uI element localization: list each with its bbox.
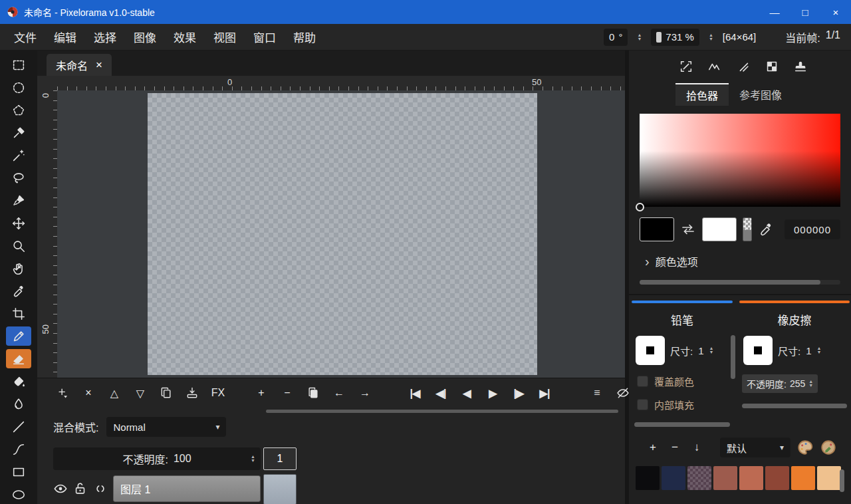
hex-color-input[interactable]: 000000 (785, 219, 840, 239)
add-palette-button[interactable]: + (645, 439, 661, 456)
crop-tool[interactable] (6, 304, 31, 323)
palette-swatch-6[interactable] (791, 466, 815, 490)
eraser-brush-button[interactable] (743, 336, 773, 365)
close-button[interactable]: × (820, 0, 851, 24)
layer-name-input[interactable]: 图层 1 (113, 475, 261, 502)
bucket-tool[interactable] (6, 372, 31, 391)
palette-scrollbar[interactable] (840, 469, 844, 492)
pencil-option-1[interactable]: 内部填充 (632, 388, 733, 412)
menu-help[interactable]: 帮助 (285, 24, 324, 50)
tab-reference-images[interactable]: 参考图像 (729, 83, 792, 106)
ellipse-tool[interactable] (6, 485, 31, 504)
rotation-spinbox[interactable]: 0° (604, 29, 628, 46)
color-panel-scrollbar[interactable] (640, 280, 840, 285)
minimize-button[interactable]: — (759, 0, 790, 24)
next-frame-button[interactable]: |▶ (508, 383, 529, 403)
layer-opacity-stepper[interactable]: ▲▼ (251, 455, 255, 463)
curve-tool[interactable] (6, 440, 31, 459)
zoom-stepper[interactable]: ▲▼ (709, 33, 713, 41)
color-cursor[interactable] (636, 203, 644, 211)
menu-window[interactable]: 窗口 (245, 24, 285, 50)
merge-layer-button[interactable] (182, 383, 203, 403)
clone-layer-button[interactable] (156, 383, 177, 403)
color-options-expander[interactable]: › 颜色选项 (645, 253, 835, 269)
rotation-stepper[interactable]: ▲▼ (637, 33, 642, 41)
magic-wand-tool[interactable] (6, 146, 31, 165)
pencil-size-value[interactable]: 1 (698, 345, 703, 356)
pan-tool[interactable] (6, 259, 31, 278)
eraser-opacity-stepper[interactable]: ▲▼ (808, 380, 813, 388)
paint-selection-tool[interactable] (6, 191, 31, 210)
select-by-color-tool[interactable] (6, 123, 31, 142)
palette-swatch-7[interactable] (817, 466, 841, 490)
polygon-select-tool[interactable] (6, 100, 31, 120)
eraser-tool[interactable] (6, 349, 31, 368)
color-picker-tool[interactable] (6, 281, 31, 301)
play-forward-button[interactable]: ▶ (482, 383, 503, 403)
color-gradient-picker[interactable] (640, 114, 840, 207)
palette-swatch-0[interactable] (636, 466, 660, 490)
palette-swatch-3[interactable] (713, 466, 737, 490)
eyedropper-icon[interactable] (758, 221, 774, 237)
eraser-size-stepper[interactable]: ▲▼ (817, 346, 822, 354)
remove-palette-button[interactable]: − (667, 439, 683, 456)
add-frame-button[interactable]: + (251, 383, 272, 403)
cel-frame-1[interactable] (263, 474, 297, 504)
pencil-size-stepper[interactable]: ▲▼ (709, 346, 714, 354)
menu-image[interactable]: 图像 (125, 24, 165, 50)
palette-select[interactable]: 默认 ▾ (720, 438, 790, 457)
maximize-button[interactable]: □ (790, 0, 820, 24)
rectangle-tool[interactable] (6, 462, 31, 481)
menu-file[interactable]: 文件 (5, 24, 45, 50)
menu-view[interactable]: 视图 (205, 24, 245, 50)
add-layer-button[interactable] (52, 383, 73, 403)
pencil-brush-button[interactable] (636, 336, 665, 365)
clone-frame-button[interactable] (303, 383, 324, 403)
pixel-perfect-button[interactable] (674, 57, 698, 76)
primary-color-swatch[interactable] (640, 217, 674, 241)
ellipse-select-tool[interactable] (6, 78, 31, 97)
palette-swatch-5[interactable] (765, 466, 789, 490)
remove-frame-button[interactable]: − (277, 383, 298, 403)
play-backwards-button[interactable]: ◀ (456, 383, 477, 403)
alpha-lock-button[interactable] (760, 57, 784, 76)
palette-swatch-1[interactable] (662, 466, 685, 490)
secondary-color-swatch[interactable] (702, 217, 737, 241)
menu-edit[interactable]: 编辑 (45, 24, 85, 50)
checkbox-icon[interactable] (637, 399, 648, 410)
go-first-frame-button[interactable]: |◀ (404, 383, 426, 403)
pencil-tool[interactable] (6, 326, 31, 346)
move-layer-down-button[interactable]: ▽ (130, 383, 151, 403)
palette-presets-icon[interactable] (820, 439, 837, 456)
eraser-opacity-spinbox[interactable]: 不透明度: 255 ▲▼ (742, 374, 818, 393)
eraser-size-value[interactable]: 1 (806, 345, 811, 356)
shading-tool[interactable] (6, 394, 31, 414)
swap-colors-icon[interactable] (680, 221, 696, 237)
palette-swatch-4[interactable] (739, 466, 763, 490)
menu-effects[interactable]: 效果 (165, 24, 205, 50)
move-frame-right-button[interactable]: → (354, 383, 376, 403)
mirroring-button[interactable] (731, 57, 755, 76)
line-tool[interactable] (6, 417, 31, 436)
layer-opacity-spinbox[interactable]: 不透明度: 100 ▲▼ (53, 447, 261, 470)
palette-swatch-2[interactable] (687, 466, 711, 490)
tab-close-icon[interactable]: × (96, 59, 102, 72)
pencil-panel-hscrollbar[interactable] (634, 422, 730, 427)
checkbox-icon[interactable] (637, 376, 648, 387)
layer-fx-button[interactable]: FX (207, 383, 229, 403)
tab-color-picker[interactable]: 拾色器 (675, 83, 729, 106)
rectangle-select-tool[interactable] (6, 55, 31, 74)
layer-visibility-eye-icon[interactable] (53, 481, 68, 496)
previous-frame-button[interactable]: ◀| (430, 383, 451, 403)
layer-lock-icon[interactable] (73, 481, 88, 496)
project-tab[interactable]: 未命名 × (47, 54, 112, 76)
canvas[interactable] (148, 93, 537, 375)
eraser-panel-hscrollbar[interactable] (742, 404, 847, 408)
menu-select[interactable]: 选择 (85, 24, 125, 50)
dynamics-button[interactable] (703, 57, 727, 76)
delete-layer-button[interactable]: × (78, 383, 99, 403)
move-tool[interactable] (6, 213, 31, 233)
import-palette-button[interactable]: ↓ (689, 439, 705, 456)
canvas-viewport[interactable] (57, 90, 625, 378)
move-frame-left-button[interactable]: ← (328, 383, 350, 403)
